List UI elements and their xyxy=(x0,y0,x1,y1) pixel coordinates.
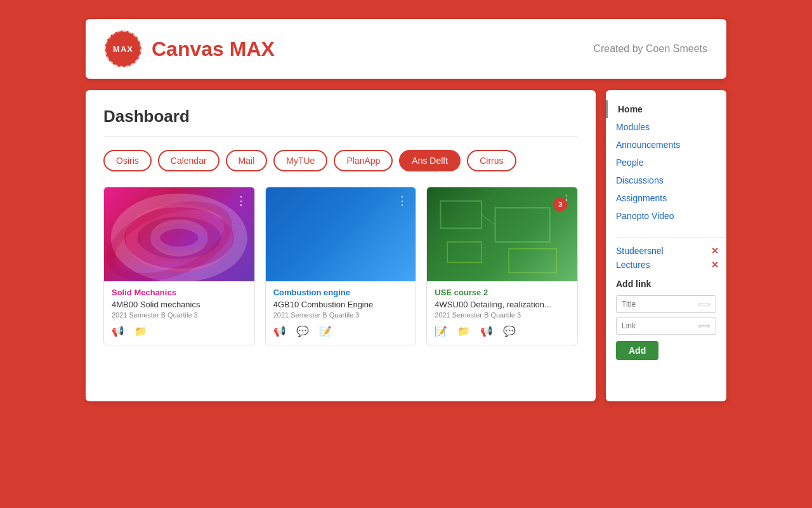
quick-link-planapp[interactable]: PlanApp xyxy=(334,150,393,171)
chat-icon-use[interactable]: 💬 xyxy=(503,325,516,337)
logo-area: MAX Canvas MAX xyxy=(105,30,275,67)
course-cards-container: ⋮ Solid Mechanics 4MB00 Solid mechanics … xyxy=(103,187,578,345)
quick-link-mytue[interactable]: MyTUe xyxy=(273,150,327,171)
sidebar-nav: Home Modules Announcements People Discus… xyxy=(616,100,726,225)
card-name-solid-mechanics: Solid Mechanics xyxy=(112,288,247,297)
svg-line-7 xyxy=(481,215,495,225)
edit-icon-use[interactable]: 📝 xyxy=(435,325,447,337)
quick-links-container: Osiris Calendar Mail MyTUe PlanApp Ans D… xyxy=(103,150,578,171)
announce-icon-use[interactable]: 📢 xyxy=(480,325,493,337)
sidebar-link-home[interactable]: Home xyxy=(618,104,643,114)
card-semester-combustion: 2021 Semester B Quartile 3 xyxy=(273,311,409,319)
svg-rect-5 xyxy=(441,201,482,229)
sidebar-link-modules[interactable]: Modules xyxy=(616,122,650,132)
app-logo: MAX xyxy=(105,30,141,67)
studeersnel-link-row: Studeersnel ✕ xyxy=(616,246,726,256)
card-icons-combustion: 📢 💬 📝 xyxy=(273,325,409,337)
swirl-decoration xyxy=(104,187,254,281)
card-image-solid-mechanics: ⋮ xyxy=(104,187,254,281)
sidebar-item-discussions[interactable]: Discussions xyxy=(616,171,726,189)
add-link-title: Add link xyxy=(616,279,726,289)
announce-icon-1[interactable]: 📢 xyxy=(112,325,124,337)
sidebar-item-home[interactable]: Home xyxy=(606,100,726,118)
card-image-combustion: ⋮ xyxy=(266,187,416,281)
card-icons-solid-mechanics: 📢 📁 xyxy=(112,325,247,337)
remove-studeersnel-btn[interactable]: ✕ xyxy=(711,246,719,256)
sidebar-link-assignments[interactable]: Assignments xyxy=(616,193,667,203)
header-subtitle: Created by Coen Smeets xyxy=(593,43,707,55)
course-card-use[interactable]: ⋮ 3 USE course 2 4WSU00 Detailing, reali… xyxy=(426,187,578,345)
dashboard-title: Dashboard xyxy=(103,107,578,126)
svg-rect-8 xyxy=(448,242,482,262)
card-semester-use: 2021 Semester B Quartile 3 xyxy=(435,311,570,319)
sidebar-link-announcements[interactable]: Announcements xyxy=(616,140,680,150)
quick-link-osiris[interactable]: Osiris xyxy=(103,150,152,171)
app-title: Canvas MAX xyxy=(152,37,275,61)
svg-rect-9 xyxy=(509,249,556,273)
announce-icon-2[interactable]: 📢 xyxy=(273,325,286,337)
card-image-use: ⋮ 3 xyxy=(427,187,577,281)
card-code-use: 4WSU00 Detailing, realization... xyxy=(435,300,570,309)
sidebar-item-assignments[interactable]: Assignments xyxy=(616,189,726,207)
title-input[interactable] xyxy=(622,300,691,309)
quick-link-ansdelft[interactable]: Ans Delft xyxy=(399,150,461,171)
sidebar-item-announcements[interactable]: Announcements xyxy=(616,136,726,154)
card-name-use: USE course 2 xyxy=(435,288,570,297)
card-body-combustion: Combustion engine 4GB10 Combustion Engin… xyxy=(266,281,416,345)
quick-link-cirrus[interactable]: Cirrus xyxy=(467,150,516,171)
header-bar: MAX Canvas MAX Created by Coen Smeets xyxy=(86,19,726,79)
course-card-solid-mechanics[interactable]: ⋮ Solid Mechanics 4MB00 Solid mechanics … xyxy=(103,187,255,345)
card-icons-use: 📝 📁 📢 💬 xyxy=(435,325,570,337)
card-name-combustion: Combustion engine xyxy=(273,288,409,297)
sidebar-item-people[interactable]: People xyxy=(616,154,726,171)
add-link-section: Add link ⟺ ⟺ Add xyxy=(616,279,726,360)
link-input-icon: ⟺ xyxy=(698,321,710,331)
sidebar-link-lectures[interactable]: Lectures xyxy=(616,260,650,270)
sidebar: Home Modules Announcements People Discus… xyxy=(606,90,726,401)
chat-icon-2[interactable]: 💬 xyxy=(296,325,309,337)
remove-lectures-btn[interactable]: ✕ xyxy=(711,260,719,270)
card-semester-solid-mechanics: 2021 Semester B Quartile 3 xyxy=(112,311,247,319)
sidebar-item-panopto[interactable]: Panopto Video xyxy=(616,207,726,225)
folder-icon-use[interactable]: 📁 xyxy=(457,325,470,337)
dashboard-panel: Dashboard Osiris Calendar Mail MyTUe Pla… xyxy=(86,90,596,401)
link-input-wrapper: ⟺ xyxy=(616,317,716,335)
svg-point-3 xyxy=(155,224,203,251)
sidebar-divider xyxy=(616,237,726,238)
edit-icon-2[interactable]: 📝 xyxy=(319,325,332,337)
sidebar-link-panopto[interactable]: Panopto Video xyxy=(616,211,674,221)
sidebar-item-modules[interactable]: Modules xyxy=(616,118,726,136)
quick-link-calendar[interactable]: Calendar xyxy=(158,150,219,171)
title-input-icon: ⟺ xyxy=(698,299,710,309)
title-input-wrapper: ⟺ xyxy=(616,295,716,313)
card-menu-combustion[interactable]: ⋮ xyxy=(396,194,408,208)
card-body-use: USE course 2 4WSU00 Detailing, realizati… xyxy=(427,281,577,345)
link-input[interactable] xyxy=(622,321,691,330)
sidebar-link-discussions[interactable]: Discussions xyxy=(616,175,664,185)
sidebar-link-studeersnel[interactable]: Studeersnel xyxy=(616,246,664,256)
card-body-solid-mechanics: Solid Mechanics 4MB00 Solid mechanics 20… xyxy=(104,281,254,345)
card-code-combustion: 4GB10 Combustion Engine xyxy=(273,300,409,309)
quick-link-mail[interactable]: Mail xyxy=(226,150,268,171)
card-code-solid-mechanics: 4MB00 Solid mechanics xyxy=(112,300,247,309)
main-area: Dashboard Osiris Calendar Mail MyTUe Pla… xyxy=(86,90,726,401)
svg-rect-6 xyxy=(495,208,550,242)
folder-icon-1[interactable]: 📁 xyxy=(134,325,147,337)
title-divider xyxy=(103,137,578,137)
sidebar-link-people[interactable]: People xyxy=(616,157,644,168)
card-menu-solid-mechanics[interactable]: ⋮ xyxy=(235,194,247,208)
notification-badge-use: 3 xyxy=(553,197,567,211)
lectures-link-row: Lectures ✕ xyxy=(616,260,726,270)
course-card-combustion[interactable]: ⋮ Combustion engine 4GB10 Combustion Eng… xyxy=(265,187,417,345)
add-link-button[interactable]: Add xyxy=(616,341,658,360)
